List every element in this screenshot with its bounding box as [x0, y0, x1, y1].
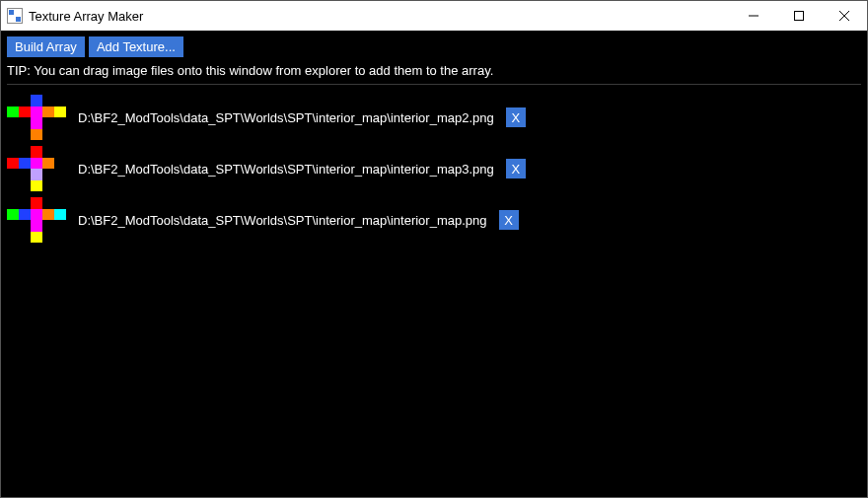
remove-texture-button[interactable]: X	[506, 159, 526, 178]
close-button[interactable]	[822, 1, 867, 31]
maximize-button[interactable]	[776, 1, 822, 31]
window-title: Texture Array Maker	[29, 9, 143, 24]
tip-text: TIP: You can drag image files onto this …	[7, 61, 861, 84]
divider	[7, 84, 861, 85]
title-bar: Texture Array Maker	[1, 1, 867, 31]
remove-texture-button[interactable]: X	[506, 107, 526, 127]
texture-row: D:\BF2_ModTools\data_SPT\Worlds\SPT\inte…	[7, 146, 861, 191]
texture-list: D:\BF2_ModTools\data_SPT\Worlds\SPT\inte…	[7, 95, 861, 243]
app-icon	[7, 8, 23, 24]
minimize-button[interactable]	[731, 1, 776, 31]
add-texture-button[interactable]: Add Texture...	[89, 36, 183, 57]
texture-path: D:\BF2_ModTools\data_SPT\Worlds\SPT\inte…	[78, 213, 487, 228]
texture-thumbnail	[7, 146, 66, 191]
texture-thumbnail	[7, 197, 66, 243]
build-array-button[interactable]: Build Array	[7, 36, 85, 57]
svg-rect-1	[795, 12, 804, 21]
minimize-icon	[749, 11, 759, 21]
texture-thumbnail	[7, 95, 66, 140]
texture-row: D:\BF2_ModTools\data_SPT\Worlds\SPT\inte…	[7, 95, 861, 140]
client-area: Build Array Add Texture... TIP: You can …	[1, 31, 867, 497]
texture-path: D:\BF2_ModTools\data_SPT\Worlds\SPT\inte…	[78, 110, 494, 125]
close-icon	[839, 11, 849, 21]
texture-row: D:\BF2_ModTools\data_SPT\Worlds\SPT\inte…	[7, 197, 861, 243]
remove-texture-button[interactable]: X	[499, 210, 519, 230]
maximize-icon	[794, 11, 804, 21]
toolbar: Build Array Add Texture...	[7, 36, 861, 57]
texture-path: D:\BF2_ModTools\data_SPT\Worlds\SPT\inte…	[78, 162, 494, 177]
